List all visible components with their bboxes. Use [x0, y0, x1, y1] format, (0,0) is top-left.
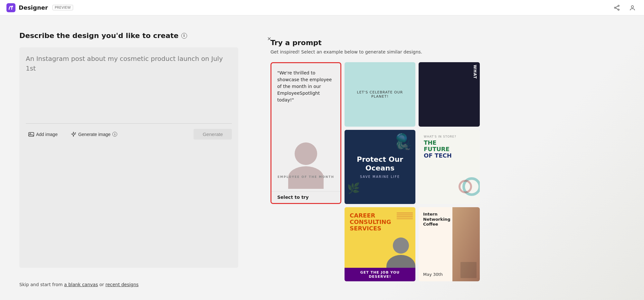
prompt-textarea[interactable]	[26, 54, 232, 118]
card-future-of-tech[interactable]: WHAT'S IN STORE? THEFUTUREOF TECH	[419, 130, 480, 204]
account-icon	[629, 5, 636, 11]
generate-image-info-icon[interactable]: ℹ	[112, 132, 117, 137]
employee-quote: "We're thrilled to showcase the employee…	[277, 70, 335, 103]
svg-point-7	[631, 5, 634, 8]
try-prompt-title: Try a prompt	[270, 39, 631, 47]
card-protect-oceans[interactable]: 🪼 🌿 Protect OurOceans SAVE MARINE LIFE	[345, 130, 415, 204]
svg-line-6	[616, 8, 618, 9]
oceans-subtitle: SAVE MARINE LIFE	[360, 175, 400, 179]
textarea-divider	[26, 123, 232, 124]
navbar: Designer PREVIEW	[0, 0, 644, 15]
card-career-consulting[interactable]: CAREERCONSULTINGSERVICES GET THE JOB YOU…	[345, 207, 415, 281]
bottom-text: Skip and start from	[19, 282, 64, 287]
navbar-left: Designer PREVIEW	[6, 3, 73, 12]
dark-card-label: WHAT	[473, 65, 477, 79]
future-deco-svg	[456, 174, 480, 199]
navbar-right	[612, 3, 638, 13]
section-info-icon[interactable]: ℹ	[181, 33, 187, 39]
designer-logo-icon	[6, 3, 15, 12]
svg-rect-0	[6, 3, 15, 12]
card-celebrate[interactable]: LET'S CELEBRATE OUR PLANET!	[345, 62, 415, 127]
generate-image-button[interactable]: Generate image ℹ	[68, 130, 120, 139]
employee-footer: Select to try	[271, 191, 340, 203]
career-lines-svg	[397, 210, 413, 226]
share-icon-button[interactable]	[612, 3, 622, 13]
blank-canvas-link[interactable]: a blank canvas	[64, 282, 98, 287]
generate-button[interactable]: Generate	[194, 129, 232, 140]
jellyfish-deco: 🪼	[393, 132, 413, 151]
intern-dots	[460, 262, 477, 278]
celebrate-bg: LET'S CELEBRATE OUR PLANET!	[345, 62, 415, 127]
employee-person	[288, 142, 324, 189]
toolbar-row: Add image Generate image ℹ Generate	[26, 128, 232, 141]
card-employee-spotlight[interactable]: "We're thrilled to showcase the employee…	[270, 62, 341, 204]
employee-of-month-label: EMPLOYEE OF THE MONTH	[271, 175, 340, 179]
svg-point-9	[30, 133, 31, 134]
future-title: THEFUTUREOF TECH	[424, 140, 475, 159]
career-person	[386, 234, 415, 270]
brand-name: Designer	[19, 4, 48, 11]
generate-image-label: Generate image	[78, 132, 110, 137]
future-small-label: WHAT'S IN STORE?	[424, 135, 475, 138]
select-to-try-label: Select to try	[277, 195, 309, 200]
career-cta: GET THE JOB YOU DESERVE!	[345, 268, 415, 281]
seaweed-deco: 🌿	[347, 182, 360, 194]
or-text: or	[98, 282, 105, 287]
svg-point-1	[12, 5, 13, 7]
right-panel: × Try a prompt Get inspired! Select an e…	[258, 15, 644, 300]
generate-image-icon	[71, 131, 76, 137]
add-image-button[interactable]: Add image	[26, 130, 60, 139]
svg-point-2	[618, 5, 619, 6]
share-icon	[614, 5, 620, 11]
left-panel: Describe the design you'd like to create…	[0, 15, 258, 300]
cards-grid: "We're thrilled to showcase the employee…	[270, 62, 631, 281]
card-dark-top[interactable]: WHAT	[419, 62, 480, 127]
career-deco-lines	[397, 210, 413, 226]
try-prompt-subtitle: Get inspired! Select an example below to…	[270, 49, 631, 54]
recent-designs-link[interactable]: recent designs	[105, 282, 138, 287]
account-icon-button[interactable]	[627, 3, 638, 13]
prompt-area-wrapper: Add image Generate image ℹ Generate	[19, 47, 238, 268]
add-image-label: Add image	[36, 132, 58, 137]
card-intern-networking[interactable]: InternNetworkingCoffee May 30th	[419, 207, 480, 281]
section-title-text: Describe the design you'd like to create	[19, 32, 179, 40]
person-head	[295, 142, 317, 165]
add-image-icon	[28, 131, 34, 137]
section-title: Describe the design you'd like to create…	[19, 32, 238, 40]
main-container: Describe the design you'd like to create…	[0, 15, 644, 300]
svg-line-5	[616, 6, 618, 7]
svg-point-3	[614, 7, 616, 8]
career-person-head	[393, 237, 409, 254]
bottom-links: Skip and start from a blank canvas or re…	[19, 276, 238, 287]
future-deco	[456, 174, 480, 201]
celebrate-text: LET'S CELEBRATE OUR PLANET!	[348, 90, 412, 99]
oceans-title: Protect OurOceans	[357, 155, 403, 172]
preview-badge: PREVIEW	[52, 5, 73, 10]
toolbar-left: Add image Generate image ℹ	[26, 130, 120, 139]
svg-point-4	[618, 9, 619, 10]
